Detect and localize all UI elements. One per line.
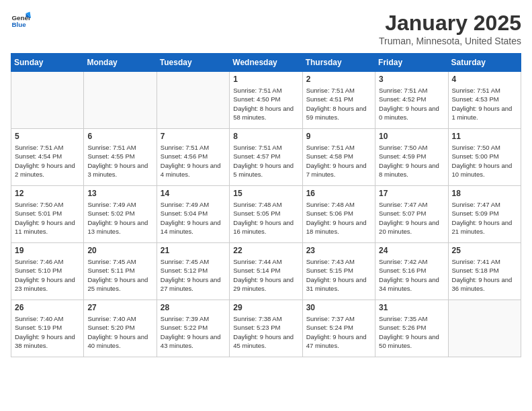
day-info: Sunrise: 7:51 AM Sunset: 4:58 PM Dayligh… <box>306 143 371 179</box>
day-info: Sunrise: 7:49 AM Sunset: 5:02 PM Dayligh… <box>87 200 152 236</box>
day-info: Sunrise: 7:40 AM Sunset: 5:19 PM Dayligh… <box>15 314 80 350</box>
day-info: Sunrise: 7:51 AM Sunset: 4:56 PM Dayligh… <box>161 143 226 179</box>
day-info: Sunrise: 7:51 AM Sunset: 4:52 PM Dayligh… <box>379 86 444 122</box>
calendar-week-row: 26Sunrise: 7:40 AM Sunset: 5:19 PM Dayli… <box>11 300 521 357</box>
day-number: 27 <box>87 303 152 312</box>
day-number: 22 <box>233 246 298 255</box>
day-info: Sunrise: 7:38 AM Sunset: 5:23 PM Dayligh… <box>233 314 298 350</box>
weekday-header: Tuesday <box>157 54 229 72</box>
day-number: 23 <box>306 246 371 255</box>
day-info: Sunrise: 7:49 AM Sunset: 5:04 PM Dayligh… <box>161 200 226 236</box>
day-info: Sunrise: 7:51 AM Sunset: 4:54 PM Dayligh… <box>15 143 80 179</box>
day-number: 24 <box>379 246 444 255</box>
day-info: Sunrise: 7:50 AM Sunset: 4:59 PM Dayligh… <box>379 143 444 179</box>
day-info: Sunrise: 7:35 AM Sunset: 5:26 PM Dayligh… <box>379 314 444 350</box>
day-number: 19 <box>15 246 80 255</box>
day-info: Sunrise: 7:45 AM Sunset: 5:11 PM Dayligh… <box>87 257 152 293</box>
day-number: 29 <box>233 303 298 312</box>
day-info: Sunrise: 7:39 AM Sunset: 5:22 PM Dayligh… <box>161 314 226 350</box>
day-number: 5 <box>15 132 80 141</box>
calendar-cell: 7Sunrise: 7:51 AM Sunset: 4:56 PM Daylig… <box>157 129 229 186</box>
day-number: 8 <box>233 132 298 141</box>
day-number: 14 <box>161 189 226 198</box>
logo-icon: General Blue <box>11 11 31 31</box>
calendar-cell: 14Sunrise: 7:49 AM Sunset: 5:04 PM Dayli… <box>157 186 229 243</box>
calendar-cell: 8Sunrise: 7:51 AM Sunset: 4:57 PM Daylig… <box>230 129 302 186</box>
calendar-cell: 25Sunrise: 7:41 AM Sunset: 5:18 PM Dayli… <box>448 243 521 300</box>
weekday-header: Friday <box>375 54 448 72</box>
day-number: 1 <box>233 75 298 84</box>
calendar-cell: 13Sunrise: 7:49 AM Sunset: 5:02 PM Dayli… <box>84 186 157 243</box>
calendar-cell: 18Sunrise: 7:47 AM Sunset: 5:09 PM Dayli… <box>448 186 521 243</box>
day-number: 25 <box>452 246 517 255</box>
day-number: 7 <box>161 132 226 141</box>
day-info: Sunrise: 7:51 AM Sunset: 4:57 PM Dayligh… <box>233 143 298 179</box>
calendar-cell <box>157 72 229 129</box>
day-info: Sunrise: 7:40 AM Sunset: 5:20 PM Dayligh… <box>87 314 152 350</box>
weekday-header: Wednesday <box>230 54 302 72</box>
calendar-cell: 26Sunrise: 7:40 AM Sunset: 5:19 PM Dayli… <box>11 300 84 357</box>
day-number: 18 <box>452 189 517 198</box>
weekday-header: Thursday <box>302 54 375 72</box>
calendar-cell: 30Sunrise: 7:37 AM Sunset: 5:24 PM Dayli… <box>302 300 375 357</box>
day-info: Sunrise: 7:43 AM Sunset: 5:15 PM Dayligh… <box>306 257 371 293</box>
day-number: 9 <box>306 132 371 141</box>
calendar-cell: 12Sunrise: 7:50 AM Sunset: 5:01 PM Dayli… <box>11 186 84 243</box>
weekday-header: Saturday <box>448 54 521 72</box>
calendar-cell: 19Sunrise: 7:46 AM Sunset: 5:10 PM Dayli… <box>11 243 84 300</box>
calendar-cell: 21Sunrise: 7:45 AM Sunset: 5:12 PM Dayli… <box>157 243 229 300</box>
day-info: Sunrise: 7:45 AM Sunset: 5:12 PM Dayligh… <box>161 257 226 293</box>
day-info: Sunrise: 7:44 AM Sunset: 5:14 PM Dayligh… <box>233 257 298 293</box>
day-number: 2 <box>306 75 371 84</box>
day-number: 31 <box>379 303 444 312</box>
day-number: 15 <box>233 189 298 198</box>
day-info: Sunrise: 7:41 AM Sunset: 5:18 PM Dayligh… <box>452 257 517 293</box>
day-info: Sunrise: 7:47 AM Sunset: 5:09 PM Dayligh… <box>452 200 517 236</box>
calendar-cell: 23Sunrise: 7:43 AM Sunset: 5:15 PM Dayli… <box>302 243 375 300</box>
day-info: Sunrise: 7:46 AM Sunset: 5:10 PM Dayligh… <box>15 257 80 293</box>
day-number: 26 <box>15 303 80 312</box>
day-number: 21 <box>161 246 226 255</box>
calendar-cell: 3Sunrise: 7:51 AM Sunset: 4:52 PM Daylig… <box>375 72 448 129</box>
day-info: Sunrise: 7:51 AM Sunset: 4:51 PM Dayligh… <box>306 86 371 122</box>
weekday-header: Monday <box>84 54 157 72</box>
calendar-week-row: 19Sunrise: 7:46 AM Sunset: 5:10 PM Dayli… <box>11 243 521 300</box>
page-header: General Blue January 2025 Truman, Minnes… <box>11 11 521 46</box>
day-info: Sunrise: 7:51 AM Sunset: 4:50 PM Dayligh… <box>233 86 298 122</box>
calendar-week-row: 12Sunrise: 7:50 AM Sunset: 5:01 PM Dayli… <box>11 186 521 243</box>
calendar-cell: 1Sunrise: 7:51 AM Sunset: 4:50 PM Daylig… <box>230 72 302 129</box>
month-title: January 2025 <box>379 11 521 36</box>
calendar-cell: 16Sunrise: 7:48 AM Sunset: 5:06 PM Dayli… <box>302 186 375 243</box>
svg-text:Blue: Blue <box>12 21 27 28</box>
day-info: Sunrise: 7:48 AM Sunset: 5:05 PM Dayligh… <box>233 200 298 236</box>
day-number: 11 <box>452 132 517 141</box>
calendar-cell: 17Sunrise: 7:47 AM Sunset: 5:07 PM Dayli… <box>375 186 448 243</box>
day-number: 20 <box>87 246 152 255</box>
logo: General Blue <box>11 11 31 31</box>
day-info: Sunrise: 7:51 AM Sunset: 4:53 PM Dayligh… <box>452 86 517 122</box>
calendar-cell: 31Sunrise: 7:35 AM Sunset: 5:26 PM Dayli… <box>375 300 448 357</box>
weekday-header-row: SundayMondayTuesdayWednesdayThursdayFrid… <box>11 54 521 72</box>
calendar-cell: 9Sunrise: 7:51 AM Sunset: 4:58 PM Daylig… <box>302 129 375 186</box>
calendar-cell: 4Sunrise: 7:51 AM Sunset: 4:53 PM Daylig… <box>448 72 521 129</box>
calendar-week-row: 1Sunrise: 7:51 AM Sunset: 4:50 PM Daylig… <box>11 72 521 129</box>
day-number: 10 <box>379 132 444 141</box>
calendar-cell: 10Sunrise: 7:50 AM Sunset: 4:59 PM Dayli… <box>375 129 448 186</box>
calendar-cell: 11Sunrise: 7:50 AM Sunset: 5:00 PM Dayli… <box>448 129 521 186</box>
day-info: Sunrise: 7:51 AM Sunset: 4:55 PM Dayligh… <box>87 143 152 179</box>
calendar-cell: 5Sunrise: 7:51 AM Sunset: 4:54 PM Daylig… <box>11 129 84 186</box>
calendar-cell: 15Sunrise: 7:48 AM Sunset: 5:05 PM Dayli… <box>230 186 302 243</box>
calendar-cell: 24Sunrise: 7:42 AM Sunset: 5:16 PM Dayli… <box>375 243 448 300</box>
calendar-cell: 2Sunrise: 7:51 AM Sunset: 4:51 PM Daylig… <box>302 72 375 129</box>
day-number: 28 <box>161 303 226 312</box>
calendar-cell: 28Sunrise: 7:39 AM Sunset: 5:22 PM Dayli… <box>157 300 229 357</box>
calendar-cell <box>84 72 157 129</box>
day-number: 13 <box>87 189 152 198</box>
day-info: Sunrise: 7:48 AM Sunset: 5:06 PM Dayligh… <box>306 200 371 236</box>
day-number: 3 <box>379 75 444 84</box>
day-number: 16 <box>306 189 371 198</box>
calendar-cell: 20Sunrise: 7:45 AM Sunset: 5:11 PM Dayli… <box>84 243 157 300</box>
day-info: Sunrise: 7:50 AM Sunset: 5:01 PM Dayligh… <box>15 200 80 236</box>
day-number: 30 <box>306 303 371 312</box>
calendar-cell <box>448 300 521 357</box>
